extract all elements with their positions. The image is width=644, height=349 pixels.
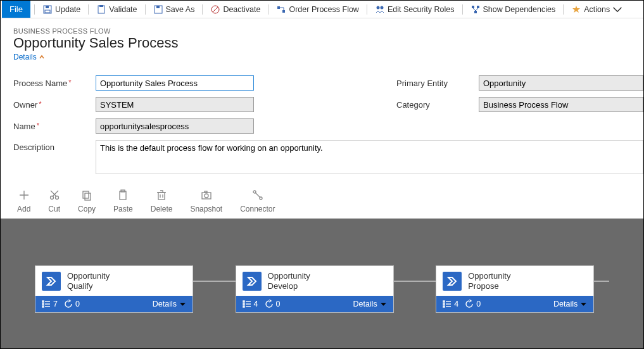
description-field[interactable]: [96, 140, 643, 174]
loop-icon: [265, 300, 274, 308]
security-icon: [375, 4, 385, 15]
stage-title: OpportunityQualify: [67, 271, 110, 291]
paste-label: Paste: [113, 205, 133, 213]
name-field: [96, 118, 254, 134]
svg-rect-41: [443, 303, 445, 305]
orderflow-button[interactable]: Order Process Flow: [272, 3, 362, 16]
svg-point-16: [50, 196, 53, 200]
separator: [145, 4, 146, 15]
paste-button[interactable]: Paste: [113, 189, 133, 213]
deactivate-label: Deactivate: [223, 5, 260, 14]
editsecurity-button[interactable]: Edit Security Roles: [371, 3, 458, 16]
showdeps-label: Show Dependencies: [483, 5, 556, 14]
stage-card[interactable]: OpportunityQualify 7 0 Details: [35, 265, 193, 313]
actions-menu[interactable]: Actions: [567, 3, 626, 16]
file-menu[interactable]: File: [2, 1, 30, 18]
add-button[interactable]: Add: [17, 189, 30, 213]
stage-line2: Develop: [268, 281, 298, 291]
steps-count: 4: [443, 300, 458, 308]
steps-count: 4: [243, 300, 258, 308]
loops-value: 0: [276, 300, 281, 308]
stage-line1: Opportunity: [67, 271, 110, 281]
process-name-label: Process Name: [13, 79, 89, 88]
svg-rect-20: [120, 191, 126, 200]
page-title: Opportunity Sales Process: [13, 35, 631, 51]
flow-connector: [394, 281, 436, 282]
stage-card[interactable]: OpportunityPropose 4 0 Details: [436, 265, 594, 313]
loop-icon: [465, 300, 474, 308]
copy-icon: [81, 189, 92, 201]
svg-rect-10: [282, 10, 285, 13]
list-icon: [42, 300, 51, 308]
svg-rect-28: [42, 301, 44, 302]
copy-button[interactable]: Copy: [78, 189, 96, 213]
primary-entity-field: [479, 75, 643, 91]
separator: [202, 4, 203, 15]
svg-point-11: [376, 6, 379, 9]
saveas-button[interactable]: Save As: [149, 3, 199, 16]
separator: [34, 4, 35, 15]
delete-button[interactable]: Delete: [151, 189, 173, 213]
snapshot-button[interactable]: Snapshot: [190, 189, 222, 213]
loops-count: 0: [265, 300, 281, 308]
svg-rect-14: [477, 6, 479, 8]
camera-icon: [201, 189, 212, 201]
owner-label: Owner: [13, 100, 89, 110]
process-name-field[interactable]: [96, 75, 254, 91]
delete-label: Delete: [151, 205, 173, 213]
svg-rect-29: [42, 303, 44, 305]
saveas-label: Save As: [166, 5, 195, 14]
stage-header: OpportunityPropose: [436, 266, 593, 296]
cut-button[interactable]: Cut: [48, 189, 60, 213]
details-text: Details: [353, 300, 377, 308]
svg-rect-25: [205, 191, 207, 193]
svg-rect-18: [83, 191, 89, 198]
owner-field: [96, 97, 254, 112]
app-toolbar: File Update Validate Save As Deactivate …: [1, 1, 643, 18]
stage-card[interactable]: OpportunityDevelop 4 0 Details: [236, 265, 394, 313]
chevron-up-icon: [39, 54, 45, 60]
showdeps-button[interactable]: Show Dependencies: [467, 3, 560, 16]
steps-value: 7: [53, 300, 58, 308]
deactivate-button[interactable]: Deactivate: [206, 3, 264, 16]
svg-rect-35: [243, 303, 244, 305]
loop-icon: [64, 300, 73, 308]
stage-details-button[interactable]: Details: [153, 300, 186, 308]
steps-value: 4: [454, 300, 458, 308]
stage-details-button[interactable]: Details: [353, 300, 386, 308]
svg-point-12: [380, 6, 383, 9]
flow-canvas[interactable]: OpportunityQualify 7 0 Details Opportuni…: [1, 219, 643, 349]
details-label: Details: [13, 53, 37, 61]
svg-rect-13: [472, 6, 474, 8]
stage-details-button[interactable]: Details: [553, 300, 587, 308]
separator: [88, 4, 89, 15]
validate-label: Validate: [109, 5, 137, 14]
clipboard-icon: [96, 4, 106, 15]
stage-toolbar: Add Cut Copy Paste Delete Snapshot Conne…: [1, 177, 643, 219]
stage-line1: Opportunity: [468, 271, 510, 281]
category-field: [479, 97, 643, 112]
plus-icon: [18, 189, 30, 201]
svg-rect-19: [85, 193, 91, 200]
chevron-down-icon: [179, 301, 186, 308]
validate-button[interactable]: Validate: [92, 3, 141, 16]
svg-rect-6: [156, 6, 160, 8]
page-header: BUSINESS PROCESS FLOW Opportunity Sales …: [1, 18, 643, 65]
stage-line2: Qualify: [67, 281, 92, 291]
connector-button[interactable]: Connector: [240, 189, 275, 213]
separator: [268, 4, 268, 15]
svg-rect-30: [42, 306, 44, 307]
editsecurity-label: Edit Security Roles: [388, 5, 455, 14]
svg-rect-36: [243, 306, 244, 307]
svg-rect-4: [99, 5, 103, 7]
svg-point-24: [205, 194, 208, 198]
stage-line1: Opportunity: [268, 271, 310, 281]
stage-title: OpportunityPropose: [468, 271, 510, 291]
stage-line2: Propose: [468, 281, 498, 291]
update-button[interactable]: Update: [39, 3, 84, 16]
chevron-down-icon: [580, 301, 587, 308]
name-label: Name: [13, 122, 89, 131]
details-toggle[interactable]: Details: [13, 53, 45, 61]
details-form: Process Name Primary Entity Owner Catego…: [1, 65, 643, 177]
stage-title: OpportunityDevelop: [268, 271, 310, 291]
